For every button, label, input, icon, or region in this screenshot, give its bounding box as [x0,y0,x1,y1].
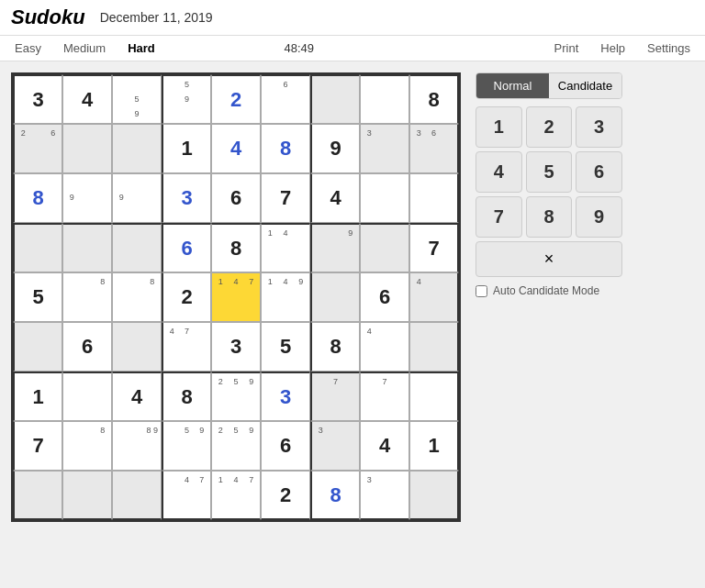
cell-4-2[interactable]: 8 [112,272,162,322]
mode-normal-btn[interactable]: Normal [476,73,549,98]
cell-8-0[interactable] [13,471,62,520]
cell-3-2[interactable] [112,223,162,272]
cell-3-4[interactable]: 8 [211,223,261,272]
cell-8-5[interactable]: 2 [261,471,310,520]
cell-0-0[interactable]: 3 [13,74,62,124]
cell-1-0[interactable]: 26 [13,124,62,173]
cell-3-3[interactable]: 6 [162,223,211,272]
cell-7-6[interactable]: 3 [310,421,360,471]
cell-5-6[interactable]: 8 [310,322,360,372]
cell-2-5[interactable]: 7 [261,173,310,223]
cell-6-3[interactable]: 8 [162,372,211,421]
cell-6-6[interactable]: 7 [310,372,360,421]
cell-2-2[interactable]: 9 [112,173,162,223]
cell-7-4[interactable]: 259 [211,421,261,471]
cell-6-1[interactable] [62,372,112,421]
cell-2-4[interactable]: 6 [211,173,261,223]
nav-help[interactable]: Help [597,39,629,57]
cell-1-6[interactable]: 9 [310,124,360,173]
cell-2-8[interactable] [409,173,459,223]
cell-2-0[interactable]: 8 [13,173,62,223]
nav-easy[interactable]: Easy [11,39,45,57]
mode-candidate-btn[interactable]: Candidate [549,73,621,98]
cell-3-8[interactable]: 7 [409,223,459,272]
cell-2-3[interactable]: 3 [162,173,211,223]
cell-0-1[interactable]: 4 [62,74,112,124]
cell-1-7[interactable]: 3 [360,124,409,173]
cell-7-1[interactable]: 8 [62,421,112,471]
cell-1-3[interactable]: 1 [162,124,211,173]
nav-print[interactable]: Print [551,39,583,57]
sudoku-grid[interactable]: 3459592682614893368993674681497588214714… [11,72,461,522]
cell-1-8[interactable]: 36 [409,124,459,173]
cell-4-1[interactable]: 8 [62,272,112,322]
cell-0-4[interactable]: 2 [211,74,261,124]
num-btn-1[interactable]: 1 [476,106,522,148]
num-btn-3[interactable]: 3 [576,106,622,148]
cell-3-0[interactable] [13,223,62,272]
cell-0-5[interactable]: 6 [261,74,310,124]
cell-2-6[interactable]: 4 [310,173,360,223]
cell-7-0[interactable]: 7 [13,421,62,471]
cell-8-1[interactable] [62,471,112,520]
auto-candidate-checkbox[interactable] [476,285,487,297]
cell-1-1[interactable] [62,124,112,173]
cell-1-4[interactable]: 4 [211,124,261,173]
cell-5-1[interactable]: 6 [62,322,112,372]
cell-5-0[interactable] [13,322,62,372]
cell-2-1[interactable]: 9 [62,173,112,223]
cell-5-5[interactable]: 5 [261,322,310,372]
cell-3-5[interactable]: 14 [261,223,310,272]
num-btn-8[interactable]: 8 [526,196,573,238]
cell-4-3[interactable]: 2 [162,272,211,322]
cell-7-2[interactable]: 8 9 [112,421,162,471]
cell-0-3[interactable]: 59 [162,74,211,124]
cell-0-6[interactable] [310,74,360,124]
cell-8-2[interactable] [112,471,162,520]
cell-6-4[interactable]: 259 [211,372,261,421]
cell-7-8[interactable]: 1 [409,421,459,471]
cell-4-8[interactable]: 4 [409,272,459,322]
cell-4-0[interactable]: 5 [13,272,62,322]
cell-7-5[interactable]: 6 [261,421,310,471]
cell-5-2[interactable] [112,322,162,372]
cell-8-8[interactable] [409,471,459,520]
cell-6-5[interactable]: 3 [261,372,310,421]
cell-4-4[interactable]: 147 [211,272,261,322]
cell-7-7[interactable]: 4 [360,421,409,471]
cell-3-7[interactable] [360,223,409,272]
cell-4-7[interactable]: 6 [360,272,409,322]
nav-settings[interactable]: Settings [643,39,694,57]
cell-4-6[interactable] [310,272,360,322]
cell-5-8[interactable] [409,322,459,372]
nav-medium[interactable]: Medium [60,39,109,57]
cell-2-7[interactable] [360,173,409,223]
cell-6-7[interactable]: 7 [360,372,409,421]
num-btn-6[interactable]: 6 [576,151,622,193]
num-btn-7[interactable]: 7 [476,196,522,238]
cell-3-1[interactable] [62,223,112,272]
num-btn-2[interactable]: 2 [526,106,573,148]
clear-btn[interactable]: × [476,241,622,277]
cell-8-3[interactable]: 47 [162,471,211,520]
cell-3-6[interactable]: 9 [310,223,360,272]
cell-0-8[interactable]: 8 [409,74,459,124]
num-btn-4[interactable]: 4 [476,151,522,193]
cell-6-2[interactable]: 4 [112,372,162,421]
cell-6-0[interactable]: 1 [13,372,62,421]
cell-5-4[interactable]: 3 [211,322,261,372]
cell-6-8[interactable] [409,372,459,421]
cell-7-3[interactable]: 59 [162,421,211,471]
num-btn-9[interactable]: 9 [576,196,622,238]
cell-4-5[interactable]: 149 [261,272,310,322]
cell-1-2[interactable] [112,124,162,173]
cell-5-7[interactable]: 4 [360,322,409,372]
cell-1-5[interactable]: 8 [261,124,310,173]
cell-8-4[interactable]: 147 [211,471,261,520]
nav-hard[interactable]: Hard [124,39,159,57]
cell-8-6[interactable]: 8 [310,471,360,520]
cell-0-7[interactable] [360,74,409,124]
cell-0-2[interactable]: 59 [112,74,162,124]
cell-8-7[interactable]: 3 [360,471,409,520]
cell-5-3[interactable]: 47 [162,322,211,372]
